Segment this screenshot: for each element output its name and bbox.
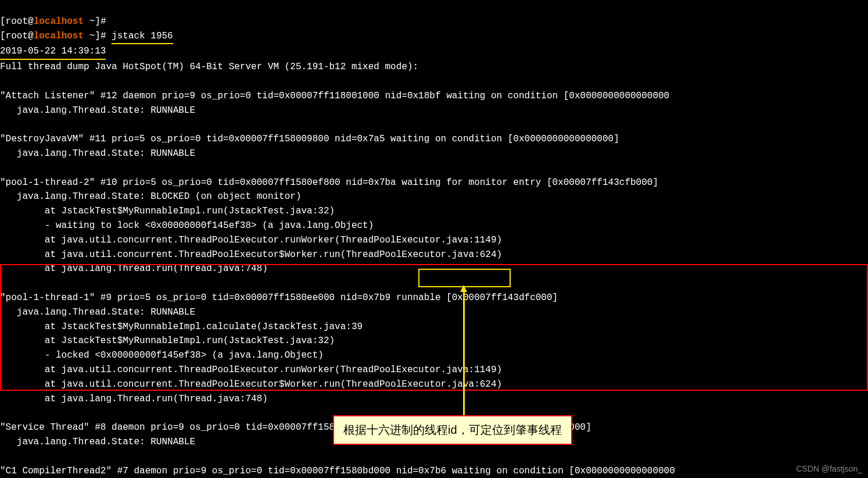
service-thread-line: "Service Thread" #8 daemon prio=9 os_pri… — [0, 422, 591, 433]
pool1t1-stack5: at java.util.concurrent.ThreadPoolExecut… — [0, 379, 502, 390]
pool1t2-line: "pool-1-thread-2" #10 prio=5 os_prio=0 t… — [0, 177, 658, 188]
pool1t1-line: "pool-1-thread-1" #9 prio=5 os_prio=0 ti… — [0, 292, 558, 303]
pool1t2-stack1: at JstackTest$MyRunnableImpl.run(JstackT… — [0, 206, 335, 216]
destroyvm-state: java.lang.Thread.State: RUNNABLE — [0, 148, 195, 159]
attach-listener-line: "Attach Listener" #12 daemon prio=9 os_p… — [0, 91, 669, 101]
pool1t1-stack3: - locked <0x00000000f145ef38> (a java.la… — [0, 350, 324, 361]
prompt-line-1: [root@localhost ~]# — [0, 16, 106, 27]
pool1t1-state: java.lang.Thread.State: RUNNABLE — [0, 307, 195, 318]
terminal-output[interactable]: [root@localhost ~]# [root@localhost ~]# … — [0, 0, 868, 478]
pool1t1-stack2: at JstackTest$MyRunnableImpl.run(JstackT… — [0, 336, 335, 346]
destroyvm-line: "DestroyJavaVM" #11 prio=5 os_prio=0 tid… — [0, 134, 619, 144]
pool1t1-stack4: at java.util.concurrent.ThreadPoolExecut… — [0, 365, 502, 375]
service-thread-state: java.lang.Thread.State: RUNNABLE — [0, 437, 195, 447]
pool1t1-nid: nid=0x7b9 — [340, 292, 390, 303]
pool1t2-stack2: - waiting to lock <0x00000000f145ef38> (… — [0, 220, 374, 231]
command-text: jstack 1956 — [112, 29, 173, 45]
pool1t2-stack4: at java.util.concurrent.ThreadPoolExecut… — [0, 249, 502, 260]
c1-compiler-line: "C1 CompilerThread2" #7 daemon prio=9 os… — [0, 466, 675, 476]
dump-header: Full thread dump Java HotSpot(TM) 64-Bit… — [0, 62, 418, 72]
pool1t2-stack5: at java.lang.Thread.run(Thread.java:748) — [0, 263, 268, 274]
pool1t2-state: java.lang.Thread.State: BLOCKED (on obje… — [0, 191, 301, 202]
timestamp-text: 2019-05-22 14:39:13 — [0, 44, 106, 60]
pool1t1-stack1: at JstackTest$MyRunnableImpl.calculate(J… — [0, 322, 363, 332]
pool1t1-stack6: at java.lang.Thread.run(Thread.java:748) — [0, 394, 268, 404]
prompt-line-2: [root@localhost ~]# jstack 1956 — [0, 31, 173, 41]
attach-listener-state: java.lang.Thread.State: RUNNABLE — [0, 105, 195, 116]
pool1t2-stack3: at java.util.concurrent.ThreadPoolExecut… — [0, 235, 502, 245]
